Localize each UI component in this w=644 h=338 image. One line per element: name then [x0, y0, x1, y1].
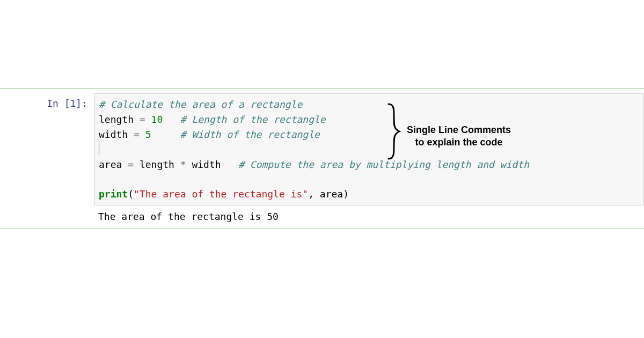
- code-number: 5: [145, 129, 151, 140]
- cell-output: The area of the rectangle is 50: [94, 205, 644, 224]
- code-number: 10: [151, 114, 163, 125]
- code-string: "The area of the rectangle is": [134, 188, 308, 200]
- code-space: [221, 159, 239, 170]
- code-comma: ,: [308, 188, 320, 200]
- code-variable: area: [99, 159, 122, 170]
- code-variable: area: [320, 188, 343, 200]
- code-comment: # Length of the rectangle: [180, 114, 326, 125]
- code-input[interactable]: # Calculate the area of a rectangle leng…: [94, 93, 644, 205]
- code-builtin: print: [99, 188, 128, 200]
- input-prompt: In [1]:: [0, 93, 94, 224]
- code-comment: # Width of the rectangle: [180, 129, 320, 140]
- code-paren: (: [128, 188, 134, 200]
- code-space: [163, 114, 180, 125]
- code-variable: length: [140, 159, 174, 170]
- code-operator: =: [122, 159, 140, 170]
- code-variable: width: [192, 159, 221, 170]
- cell-content: # Calculate the area of a rectangle leng…: [94, 93, 644, 224]
- text-cursor: [99, 143, 99, 155]
- code-paren: ): [343, 188, 349, 200]
- code-operator: =: [128, 129, 145, 140]
- code-comment: # Compute the area by multiplying length…: [238, 159, 529, 170]
- code-operator: =: [134, 114, 151, 125]
- code-operator: *: [174, 159, 192, 170]
- code-comment: # Calculate the area of a rectangle: [99, 99, 302, 110]
- notebook-cell: In [1]: # Calculate the area of a rectan…: [0, 89, 644, 229]
- code-variable: width: [99, 129, 128, 140]
- code-variable: length: [99, 114, 134, 125]
- code-space: [151, 129, 180, 140]
